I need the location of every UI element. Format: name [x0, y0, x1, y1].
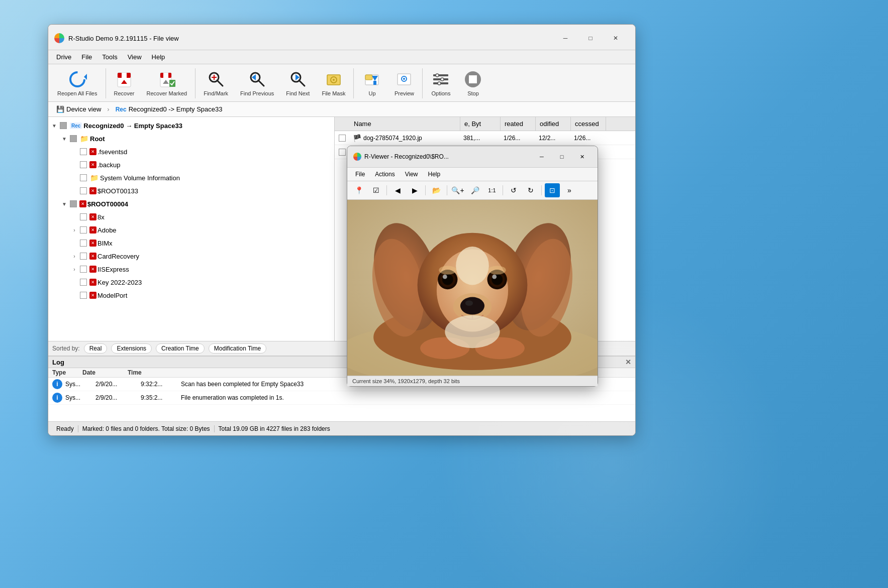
- file-mask-button[interactable]: File Mask: [317, 67, 350, 98]
- tree-item-backup[interactable]: ✕ .backup: [48, 158, 334, 171]
- col-header-modified[interactable]: odified: [536, 117, 571, 131]
- find-next-button[interactable]: Find Next: [281, 67, 315, 98]
- tree-item-modelport[interactable]: ✕ ModelPort: [48, 289, 334, 302]
- col-header-created[interactable]: reated: [501, 117, 536, 131]
- menu-file[interactable]: File: [77, 51, 96, 63]
- viewer-minimize-button[interactable]: ─: [532, 150, 551, 163]
- tree-item-recognized0[interactable]: ▼ Rec Recognized0 → Empty Space33: [48, 119, 334, 132]
- find-previous-button[interactable]: Find Previous: [235, 67, 279, 98]
- tree-item-8x[interactable]: ✕ 8x: [48, 210, 334, 223]
- sort-chip-real[interactable]: Real: [84, 343, 108, 354]
- viewer-tool-prev[interactable]: ◀: [390, 183, 405, 197]
- close-button[interactable]: ✕: [604, 31, 627, 46]
- file-checkbox-dog[interactable]: [339, 135, 346, 142]
- reopen-all-files-button[interactable]: Reopen All Files: [52, 67, 103, 98]
- viewer-maximize-button[interactable]: □: [552, 150, 571, 163]
- viewer-close-button[interactable]: ✕: [572, 150, 591, 163]
- tree-label-recognized0: Recognized0 → Empty Space33: [83, 122, 182, 130]
- tree-expand-root[interactable]: ▼: [60, 135, 68, 143]
- file-checkbox-elephant[interactable]: [339, 149, 346, 156]
- tree-checkbox-8x[interactable]: [80, 213, 87, 220]
- tree-expand-recognized0[interactable]: ▼: [50, 122, 58, 130]
- tree-item-iisexpress[interactable]: › ✕ IISExpress: [48, 263, 334, 276]
- breadcrumb-device-view[interactable]: 💾 Device view: [52, 104, 105, 114]
- viewer-menu-help[interactable]: Help: [424, 169, 445, 179]
- col-header-size[interactable]: e, Byt: [460, 117, 501, 131]
- breadcrumb-path[interactable]: Rec Recognized0 -> Empty Space33: [112, 104, 227, 114]
- bad-file-marker-backup: ✕: [89, 161, 96, 168]
- file-row-dog[interactable]: 🏴 dog-2785074_1920.jp 381,... 1/26... 12…: [335, 131, 635, 145]
- tree-checkbox-root00133[interactable]: [80, 187, 87, 194]
- tree-checkbox-cardrecovery[interactable]: [80, 253, 87, 260]
- tree-item-root[interactable]: ▼ 📁 Root: [48, 132, 334, 145]
- tree-expand-adobe[interactable]: ›: [70, 226, 78, 234]
- tree-item-bimx[interactable]: ✕ BIMx: [48, 237, 334, 250]
- tree-expand-root00004[interactable]: ▼: [60, 200, 68, 208]
- log-close-icon[interactable]: ✕: [625, 358, 631, 366]
- tree-checkbox-adobe[interactable]: [80, 226, 87, 233]
- recover-marked-button[interactable]: Recover Marked: [141, 67, 192, 98]
- viewer-tool-location[interactable]: 📍: [351, 183, 366, 197]
- viewer-tool-rotate-cw[interactable]: ↻: [523, 183, 538, 197]
- tree-item-root00004[interactable]: ▼ ✕ $ROOT00004: [48, 197, 334, 210]
- maximize-button[interactable]: □: [579, 31, 602, 46]
- bad-file-marker-cardrecovery: ✕: [89, 253, 96, 260]
- preview-button[interactable]: Preview: [389, 67, 419, 98]
- tree-checkbox-backup[interactable]: [80, 161, 87, 168]
- tree-checkbox-key2022[interactable]: [80, 279, 87, 286]
- sort-chip-modification-time[interactable]: Modification Time: [209, 343, 266, 354]
- viewer-tool-more[interactable]: »: [562, 183, 577, 197]
- tree-checkbox-recognized0[interactable]: [60, 122, 67, 129]
- tree-checkbox-root[interactable]: [70, 135, 77, 142]
- breadcrumb-separator: ›: [107, 105, 109, 113]
- tree-item-sysvolinfo[interactable]: 📁 System Volume Information: [48, 171, 334, 184]
- sort-chip-creation-time[interactable]: Creation Time: [156, 343, 205, 354]
- up-label: Up: [368, 90, 375, 96]
- viewer-toolbar-sep-1: [386, 185, 387, 195]
- viewer-tool-reset-zoom[interactable]: 1:1: [484, 183, 500, 197]
- tree-checkbox-root00004[interactable]: [70, 200, 77, 207]
- up-button[interactable]: Up: [357, 67, 387, 98]
- viewer-toolbar-sep-2: [425, 185, 426, 195]
- recover-button[interactable]: Recover: [109, 67, 140, 98]
- tree-expand-iisexpress[interactable]: ›: [70, 265, 78, 273]
- menu-drive[interactable]: Drive: [52, 51, 75, 63]
- viewer-tool-rotate-ccw[interactable]: ↺: [506, 183, 521, 197]
- stop-button[interactable]: Stop: [458, 67, 488, 98]
- options-button[interactable]: Options: [426, 67, 456, 98]
- menu-help[interactable]: Help: [148, 51, 169, 63]
- tree-checkbox-iisexpress[interactable]: [80, 266, 87, 273]
- bad-file-marker-root00004: ✕: [79, 200, 86, 207]
- viewer-tool-zoom-out[interactable]: 🔎: [467, 183, 482, 197]
- viewer-tool-next[interactable]: ▶: [407, 183, 422, 197]
- tree-checkbox-fseventsd[interactable]: [80, 148, 87, 155]
- tree-expand-cardrecovery[interactable]: ›: [70, 252, 78, 260]
- viewer-menu-view[interactable]: View: [401, 169, 422, 179]
- file-check-dog[interactable]: [335, 135, 350, 142]
- tree-checkbox-modelport[interactable]: [80, 292, 87, 299]
- find-mark-button[interactable]: Find/Mark: [199, 67, 233, 98]
- tree-item-adobe[interactable]: › ✕ Adobe: [48, 223, 334, 237]
- tree-item-root00133[interactable]: ✕ $ROOT00133: [48, 184, 334, 197]
- tree-label-8x: 8x: [97, 213, 105, 221]
- viewer-tool-zoom-in[interactable]: 🔍+: [450, 183, 465, 197]
- viewer-tool-open[interactable]: 📂: [429, 183, 444, 197]
- tree-item-key2022[interactable]: ✕ Key 2022-2023: [48, 276, 334, 289]
- menu-tools[interactable]: Tools: [98, 51, 121, 63]
- rec-badge: Rec: [70, 123, 82, 129]
- left-pane: ▼ Rec Recognized0 → Empty Space33 ▼ 📁 Ro…: [48, 117, 335, 341]
- viewer-tool-fit[interactable]: ⊡: [545, 183, 560, 197]
- tree-item-cardrecovery[interactable]: › ✕ CardRecovery: [48, 250, 334, 263]
- viewer-menu-actions[interactable]: Actions: [371, 169, 399, 179]
- tree-item-fseventsd[interactable]: ✕ .fseventsd: [48, 145, 334, 158]
- menu-view[interactable]: View: [124, 51, 146, 63]
- tree-checkbox-bimx[interactable]: [80, 240, 87, 247]
- viewer-menu-file[interactable]: File: [351, 169, 369, 179]
- tree-checkbox-sysvolinfo[interactable]: [80, 174, 87, 181]
- col-header-accessed[interactable]: ccessed: [571, 117, 606, 131]
- minimize-button[interactable]: ─: [554, 31, 577, 46]
- sort-chip-extensions[interactable]: Extensions: [111, 343, 152, 354]
- status-bar: Ready Marked: 0 files and 0 folders. Tot…: [48, 421, 635, 435]
- viewer-tool-check[interactable]: ☑: [368, 183, 383, 197]
- col-header-name[interactable]: Name: [350, 117, 460, 131]
